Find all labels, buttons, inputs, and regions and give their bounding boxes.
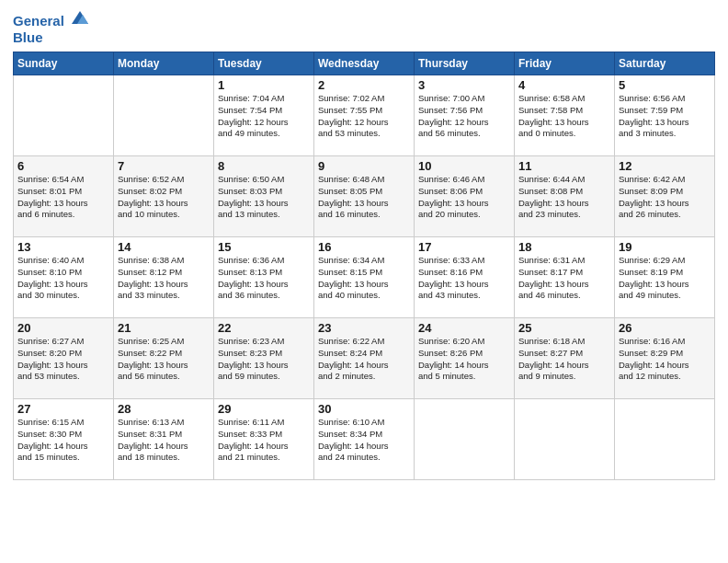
calendar-cell: 13Sunrise: 6:40 AM Sunset: 8:10 PM Dayli… xyxy=(14,237,114,318)
logo-blue: Blue xyxy=(13,29,90,46)
day-detail: Sunrise: 6:38 AM Sunset: 8:12 PM Dayligh… xyxy=(118,255,210,302)
day-detail: Sunrise: 7:02 AM Sunset: 7:55 PM Dayligh… xyxy=(318,93,410,140)
day-detail: Sunrise: 6:36 AM Sunset: 8:13 PM Dayligh… xyxy=(218,255,310,302)
calendar-cell: 9Sunrise: 6:48 AM Sunset: 8:05 PM Daylig… xyxy=(314,156,415,237)
day-detail: Sunrise: 6:18 AM Sunset: 8:27 PM Dayligh… xyxy=(518,336,610,383)
calendar-cell: 26Sunrise: 6:16 AM Sunset: 8:29 PM Dayli… xyxy=(615,318,715,399)
calendar-cell xyxy=(615,399,715,480)
day-number: 28 xyxy=(118,402,210,416)
weekday-header-tuesday: Tuesday xyxy=(214,52,314,75)
calendar-cell: 25Sunrise: 6:18 AM Sunset: 8:27 PM Dayli… xyxy=(515,318,615,399)
calendar-cell: 14Sunrise: 6:38 AM Sunset: 8:12 PM Dayli… xyxy=(114,237,214,318)
weekday-header-sunday: Sunday xyxy=(14,52,114,75)
day-number: 5 xyxy=(619,78,711,92)
day-detail: Sunrise: 6:10 AM Sunset: 8:34 PM Dayligh… xyxy=(318,417,410,464)
calendar-cell: 18Sunrise: 6:31 AM Sunset: 8:17 PM Dayli… xyxy=(515,237,615,318)
day-number: 11 xyxy=(518,159,610,173)
day-detail: Sunrise: 6:42 AM Sunset: 8:09 PM Dayligh… xyxy=(619,174,711,221)
calendar-cell: 11Sunrise: 6:44 AM Sunset: 8:08 PM Dayli… xyxy=(515,156,615,237)
calendar: SundayMondayTuesdayWednesdayThursdayFrid… xyxy=(13,52,715,480)
calendar-cell xyxy=(415,399,515,480)
calendar-cell: 8Sunrise: 6:50 AM Sunset: 8:03 PM Daylig… xyxy=(214,156,314,237)
weekday-header-saturday: Saturday xyxy=(615,52,715,75)
day-number: 17 xyxy=(418,240,510,254)
week-row-1: 1Sunrise: 7:04 AM Sunset: 7:54 PM Daylig… xyxy=(14,75,715,156)
day-detail: Sunrise: 6:34 AM Sunset: 8:15 PM Dayligh… xyxy=(318,255,410,302)
week-row-5: 27Sunrise: 6:15 AM Sunset: 8:30 PM Dayli… xyxy=(14,399,715,480)
day-number: 27 xyxy=(17,402,109,416)
logo-icon xyxy=(70,9,90,26)
day-number: 7 xyxy=(118,159,210,173)
day-detail: Sunrise: 6:25 AM Sunset: 8:22 PM Dayligh… xyxy=(118,336,210,383)
calendar-cell: 29Sunrise: 6:11 AM Sunset: 8:33 PM Dayli… xyxy=(214,399,314,480)
week-row-3: 13Sunrise: 6:40 AM Sunset: 8:10 PM Dayli… xyxy=(14,237,715,318)
calendar-cell xyxy=(14,75,114,156)
weekday-header-wednesday: Wednesday xyxy=(314,52,415,75)
weekday-header-friday: Friday xyxy=(515,52,615,75)
day-detail: Sunrise: 6:16 AM Sunset: 8:29 PM Dayligh… xyxy=(619,336,711,383)
calendar-body: 1Sunrise: 7:04 AM Sunset: 7:54 PM Daylig… xyxy=(14,75,715,480)
calendar-cell: 23Sunrise: 6:22 AM Sunset: 8:24 PM Dayli… xyxy=(314,318,415,399)
day-detail: Sunrise: 6:23 AM Sunset: 8:23 PM Dayligh… xyxy=(218,336,310,383)
calendar-cell: 12Sunrise: 6:42 AM Sunset: 8:09 PM Dayli… xyxy=(615,156,715,237)
weekday-header-thursday: Thursday xyxy=(415,52,515,75)
day-number: 24 xyxy=(418,321,510,335)
day-detail: Sunrise: 6:27 AM Sunset: 8:20 PM Dayligh… xyxy=(17,336,109,383)
calendar-header: SundayMondayTuesdayWednesdayThursdayFrid… xyxy=(14,52,715,75)
day-detail: Sunrise: 6:15 AM Sunset: 8:30 PM Dayligh… xyxy=(17,417,109,464)
day-detail: Sunrise: 6:11 AM Sunset: 8:33 PM Dayligh… xyxy=(218,417,310,464)
day-number: 15 xyxy=(218,240,310,254)
calendar-cell: 16Sunrise: 6:34 AM Sunset: 8:15 PM Dayli… xyxy=(314,237,415,318)
calendar-cell: 30Sunrise: 6:10 AM Sunset: 8:34 PM Dayli… xyxy=(314,399,415,480)
day-number: 6 xyxy=(17,159,109,173)
logo-general: General xyxy=(13,13,64,29)
calendar-cell: 24Sunrise: 6:20 AM Sunset: 8:26 PM Dayli… xyxy=(415,318,515,399)
calendar-cell: 6Sunrise: 6:54 AM Sunset: 8:01 PM Daylig… xyxy=(14,156,114,237)
day-number: 29 xyxy=(218,402,310,416)
calendar-cell: 17Sunrise: 6:33 AM Sunset: 8:16 PM Dayli… xyxy=(415,237,515,318)
calendar-cell: 2Sunrise: 7:02 AM Sunset: 7:55 PM Daylig… xyxy=(314,75,415,156)
day-detail: Sunrise: 6:52 AM Sunset: 8:02 PM Dayligh… xyxy=(118,174,210,221)
day-detail: Sunrise: 6:48 AM Sunset: 8:05 PM Dayligh… xyxy=(318,174,410,221)
day-number: 14 xyxy=(118,240,210,254)
day-number: 18 xyxy=(518,240,610,254)
calendar-cell xyxy=(515,399,615,480)
day-detail: Sunrise: 6:22 AM Sunset: 8:24 PM Dayligh… xyxy=(318,336,410,383)
day-number: 10 xyxy=(418,159,510,173)
day-number: 8 xyxy=(218,159,310,173)
day-number: 25 xyxy=(518,321,610,335)
day-number: 9 xyxy=(318,159,410,173)
day-number: 4 xyxy=(518,78,610,92)
day-detail: Sunrise: 7:00 AM Sunset: 7:56 PM Dayligh… xyxy=(418,93,510,140)
day-detail: Sunrise: 6:44 AM Sunset: 8:08 PM Dayligh… xyxy=(518,174,610,221)
calendar-cell: 1Sunrise: 7:04 AM Sunset: 7:54 PM Daylig… xyxy=(214,75,314,156)
calendar-cell: 21Sunrise: 6:25 AM Sunset: 8:22 PM Dayli… xyxy=(114,318,214,399)
calendar-cell: 10Sunrise: 6:46 AM Sunset: 8:06 PM Dayli… xyxy=(415,156,515,237)
calendar-cell: 22Sunrise: 6:23 AM Sunset: 8:23 PM Dayli… xyxy=(214,318,314,399)
calendar-cell: 7Sunrise: 6:52 AM Sunset: 8:02 PM Daylig… xyxy=(114,156,214,237)
logo-text: General xyxy=(13,9,90,29)
calendar-cell: 15Sunrise: 6:36 AM Sunset: 8:13 PM Dayli… xyxy=(214,237,314,318)
day-detail: Sunrise: 6:58 AM Sunset: 7:58 PM Dayligh… xyxy=(518,93,610,140)
calendar-cell: 27Sunrise: 6:15 AM Sunset: 8:30 PM Dayli… xyxy=(14,399,114,480)
day-number: 22 xyxy=(218,321,310,335)
day-detail: Sunrise: 6:50 AM Sunset: 8:03 PM Dayligh… xyxy=(218,174,310,221)
calendar-cell: 28Sunrise: 6:13 AM Sunset: 8:31 PM Dayli… xyxy=(114,399,214,480)
day-detail: Sunrise: 6:29 AM Sunset: 8:19 PM Dayligh… xyxy=(619,255,711,302)
day-number: 21 xyxy=(118,321,210,335)
day-number: 13 xyxy=(17,240,109,254)
day-number: 3 xyxy=(418,78,510,92)
logo: General Blue xyxy=(13,9,90,46)
day-number: 19 xyxy=(619,240,711,254)
day-detail: Sunrise: 6:40 AM Sunset: 8:10 PM Dayligh… xyxy=(17,255,109,302)
header: General Blue xyxy=(13,9,715,46)
day-number: 16 xyxy=(318,240,410,254)
page: General Blue SundayMondayTuesdayWednesda… xyxy=(0,0,728,563)
day-detail: Sunrise: 7:04 AM Sunset: 7:54 PM Dayligh… xyxy=(218,93,310,140)
day-number: 12 xyxy=(619,159,711,173)
weekday-header-monday: Monday xyxy=(114,52,214,75)
calendar-cell: 4Sunrise: 6:58 AM Sunset: 7:58 PM Daylig… xyxy=(515,75,615,156)
day-detail: Sunrise: 6:54 AM Sunset: 8:01 PM Dayligh… xyxy=(17,174,109,221)
day-detail: Sunrise: 6:46 AM Sunset: 8:06 PM Dayligh… xyxy=(418,174,510,221)
day-detail: Sunrise: 6:56 AM Sunset: 7:59 PM Dayligh… xyxy=(619,93,711,140)
